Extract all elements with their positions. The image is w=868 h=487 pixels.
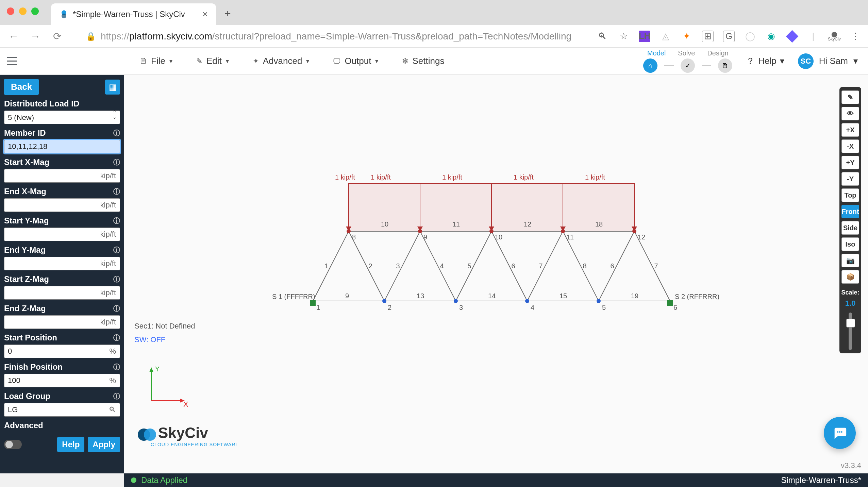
- axis-y-label: Y: [155, 367, 160, 373]
- start-position-input[interactable]: [4, 345, 120, 358]
- window-close-icon[interactable]: [7, 7, 14, 15]
- view-btn--y[interactable]: -Y: [841, 172, 859, 186]
- svg-rect-31: [310, 300, 316, 306]
- unit-label: %: [109, 374, 116, 387]
- info-icon[interactable]: ⓘ: [113, 129, 120, 138]
- step-model-icon[interactable]: ⌂: [643, 58, 657, 73]
- model-solve-design-stepper: Model Solve Design ⌂ ✓ 🗎: [643, 49, 732, 73]
- view-btn-[interactable]: 👁: [841, 107, 859, 120]
- svg-text:9: 9: [423, 233, 427, 241]
- svg-text:6: 6: [611, 262, 614, 270]
- unit-label: kip/ft: [100, 169, 116, 183]
- menu-settings[interactable]: ✻Settings: [402, 56, 444, 66]
- extension-maple-icon[interactable]: ✦: [681, 31, 692, 42]
- unit-label: %: [109, 345, 116, 358]
- search-icon[interactable]: 🔍︎: [597, 31, 608, 42]
- chevron-down-icon: ▾: [780, 56, 784, 66]
- dlid-label: Distributed Load ID: [4, 99, 120, 108]
- info-icon[interactable]: ⓘ: [113, 304, 120, 313]
- help-button[interactable]: Help: [57, 437, 84, 452]
- menu-advanced[interactable]: ✦Advanced▾: [253, 56, 310, 66]
- new-tab-button[interactable]: +: [224, 7, 231, 20]
- menu-output[interactable]: 🖵Output▾: [333, 56, 378, 66]
- svg-point-32: [382, 299, 386, 303]
- svg-text:11: 11: [566, 233, 574, 241]
- scale-slider[interactable]: [849, 313, 852, 350]
- svg-point-30: [632, 229, 636, 233]
- view-btn-+x[interactable]: +X: [841, 123, 859, 137]
- menu-file[interactable]: 🖹File▾: [139, 56, 172, 66]
- advanced-toggle[interactable]: [4, 440, 22, 449]
- view-btn-side[interactable]: Side: [841, 221, 859, 235]
- load-group-input[interactable]: [4, 403, 120, 417]
- finish-position-label: Finish Positionⓘ: [4, 362, 120, 372]
- tab-close-icon[interactable]: ×: [202, 9, 208, 20]
- datasheet-button[interactable]: ▦: [105, 80, 120, 95]
- view-btn-+y[interactable]: +Y: [841, 156, 859, 169]
- end-x-mag-label: End X-Magⓘ: [4, 187, 120, 196]
- user-menu[interactable]: SC Hi Sam ▾: [798, 53, 858, 69]
- svg-line-25: [634, 231, 670, 301]
- view-btn-[interactable]: ✎: [841, 90, 859, 104]
- view-btn-front[interactable]: Front: [841, 205, 859, 218]
- finish-position-input[interactable]: [4, 374, 120, 387]
- info-icon[interactable]: ⓘ: [113, 333, 120, 342]
- browser-menu-icon[interactable]: ⋮: [850, 31, 861, 42]
- step-design-label[interactable]: Design: [707, 49, 728, 57]
- star-icon[interactable]: ☆: [618, 31, 629, 42]
- extension-teal-icon[interactable]: ◉: [765, 31, 777, 42]
- extension-lh-icon[interactable]: LH: [639, 31, 650, 42]
- nav-forward-icon[interactable]: →: [29, 31, 42, 42]
- info-icon[interactable]: ⓘ: [113, 363, 120, 372]
- browser-tab[interactable]: *Simple-Warren-Truss | SkyCiv ×: [51, 3, 216, 25]
- search-icon[interactable]: 🔍︎: [108, 403, 116, 417]
- view-toolbar: ✎👁+X-X+Y-YTopFrontSideIso📷📦 Scale: 1.0: [839, 87, 861, 353]
- extension-circle-icon[interactable]: ◯: [744, 31, 756, 42]
- window-maximize-icon[interactable]: [31, 7, 39, 15]
- svg-text:CLOUD ENGINEERING SOFTWARE: CLOUD ENGINEERING SOFTWARE: [151, 442, 236, 447]
- svg-text:8: 8: [352, 233, 356, 241]
- help-menu[interactable]: ？Help▾: [746, 55, 784, 67]
- svg-line-16: [313, 231, 349, 301]
- apply-button[interactable]: Apply: [88, 437, 120, 452]
- extension-drive-icon[interactable]: ◬: [660, 31, 671, 42]
- back-button[interactable]: Back: [4, 79, 39, 95]
- nav-reload-icon[interactable]: ⟳: [50, 30, 64, 42]
- step-model-label[interactable]: Model: [647, 49, 666, 57]
- extension-diamond-icon[interactable]: [786, 31, 798, 42]
- window-minimize-icon[interactable]: [19, 7, 27, 15]
- svg-text:7: 7: [539, 262, 543, 270]
- monitor-icon: 🖵: [333, 57, 340, 66]
- model-canvas[interactable]: 1 kip/ft1 kip/ft1 kip/ft1 kip/ft1 kip/ft…: [124, 75, 868, 473]
- tab-favicon-icon: [59, 10, 69, 19]
- hamburger-icon[interactable]: [7, 57, 17, 65]
- view-btn-iso[interactable]: Iso: [841, 237, 859, 251]
- info-icon[interactable]: ⓘ: [113, 275, 120, 284]
- view-btn-[interactable]: 📦: [841, 270, 859, 284]
- step-design-icon[interactable]: 🗎: [718, 58, 732, 73]
- menu-edit[interactable]: ✎Edit▾: [196, 56, 229, 66]
- dlid-select[interactable]: 5 (New): [4, 111, 120, 124]
- extension-skyciv-icon[interactable]: ⬤SkyCiv: [829, 31, 840, 42]
- member-id-input[interactable]: [4, 140, 120, 153]
- view-btn-[interactable]: 📷: [841, 254, 859, 267]
- selfweight-status-label: SW: OFF: [134, 335, 195, 344]
- view-btn-top[interactable]: Top: [841, 188, 859, 202]
- step-solve-label[interactable]: Solve: [678, 49, 695, 57]
- info-icon[interactable]: ⓘ: [113, 158, 120, 167]
- info-icon[interactable]: ⓘ: [113, 246, 120, 255]
- info-icon[interactable]: ⓘ: [113, 187, 120, 196]
- nav-back-icon[interactable]: ←: [7, 31, 20, 42]
- step-solve-icon[interactable]: ✓: [681, 58, 695, 73]
- svg-point-80: [837, 431, 838, 433]
- unit-label: kip/ft: [100, 228, 116, 241]
- view-btn--x[interactable]: -X: [841, 139, 859, 153]
- chat-button[interactable]: [824, 417, 856, 449]
- extension-grammarly-icon[interactable]: G: [723, 31, 735, 42]
- left-sidebar: Back ▦ Distributed Load ID 5 (New) Membe…: [0, 75, 124, 473]
- extension-calendar-icon[interactable]: ⊞: [702, 31, 714, 42]
- info-icon[interactable]: ⓘ: [113, 392, 120, 401]
- info-icon[interactable]: ⓘ: [113, 216, 120, 225]
- svg-text:1 kip/ft: 1 kip/ft: [585, 173, 605, 181]
- url-field[interactable]: 🔒 https://platform.skyciv.com/structural…: [86, 31, 571, 42]
